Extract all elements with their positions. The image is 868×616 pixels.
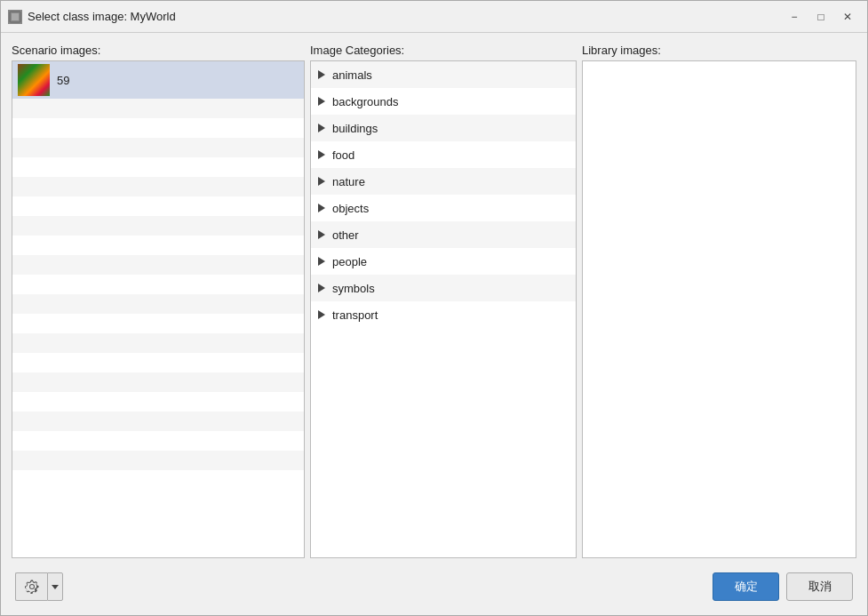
scenario-list: 59 bbox=[12, 60, 305, 558]
app-icon bbox=[8, 10, 22, 24]
category-arrow-icon bbox=[318, 284, 325, 292]
scenario-empty-row bbox=[12, 138, 304, 157]
category-name: people bbox=[332, 255, 367, 268]
scenario-empty-row bbox=[12, 294, 304, 314]
category-arrow-icon bbox=[318, 97, 325, 106]
category-item[interactable]: people bbox=[311, 248, 576, 275]
category-name: backgrounds bbox=[332, 95, 398, 108]
category-name: objects bbox=[332, 202, 369, 215]
confirm-button[interactable]: 确定 bbox=[713, 572, 779, 601]
dialog: Select class image: MyWorld − □ ✕ Scenar… bbox=[0, 0, 868, 616]
scenario-empty-row bbox=[12, 431, 304, 451]
scenario-empty-row bbox=[12, 177, 304, 196]
category-item[interactable]: buildings bbox=[311, 115, 576, 141]
category-arrow-icon bbox=[318, 70, 325, 79]
scenario-empty-row bbox=[12, 255, 304, 275]
svg-rect-1 bbox=[12, 13, 19, 20]
window-controls: − □ ✕ bbox=[782, 6, 860, 28]
category-name: animals bbox=[332, 68, 372, 82]
category-name: buildings bbox=[332, 122, 378, 135]
scenario-thumbnail bbox=[18, 64, 50, 96]
dialog-content: Scenario images: 59 bbox=[1, 33, 867, 615]
scenario-empty-row bbox=[12, 372, 304, 392]
category-item[interactable]: animals bbox=[311, 61, 576, 88]
footer: 确定 取消 bbox=[12, 565, 856, 604]
library-panel: Library images: bbox=[582, 44, 856, 558]
title-bar: Select class image: MyWorld − □ ✕ bbox=[1, 1, 867, 33]
settings-dropdown-button[interactable] bbox=[47, 572, 63, 601]
scenario-empty-row bbox=[12, 157, 304, 177]
gear-icon bbox=[25, 580, 39, 594]
category-name: transport bbox=[332, 308, 378, 322]
scenario-empty-row bbox=[12, 353, 304, 372]
category-name: other bbox=[332, 228, 359, 242]
panels-row: Scenario images: 59 bbox=[12, 44, 856, 558]
library-label: Library images: bbox=[582, 44, 856, 57]
category-item[interactable]: objects bbox=[311, 195, 576, 221]
category-item[interactable]: nature bbox=[311, 168, 576, 195]
scenario-empty-row bbox=[12, 392, 304, 412]
category-arrow-icon bbox=[318, 124, 325, 132]
minimize-button[interactable]: − bbox=[782, 6, 807, 28]
category-name: symbols bbox=[332, 282, 375, 295]
category-item[interactable]: symbols bbox=[311, 275, 576, 301]
category-arrow-icon bbox=[318, 177, 325, 186]
library-list bbox=[582, 60, 856, 558]
scenario-empty-row bbox=[12, 275, 304, 294]
scenario-empty-row bbox=[12, 196, 304, 216]
dialog-title: Select class image: MyWorld bbox=[28, 10, 782, 23]
scenario-empty-row bbox=[12, 236, 304, 255]
scenario-item[interactable]: 59 bbox=[12, 61, 304, 99]
maximize-button[interactable]: □ bbox=[808, 6, 833, 28]
category-item[interactable]: other bbox=[311, 221, 576, 248]
scenario-empty-row bbox=[12, 412, 304, 431]
categories-label: Image Categories: bbox=[310, 44, 577, 57]
cancel-button[interactable]: 取消 bbox=[786, 572, 853, 601]
category-arrow-icon bbox=[318, 204, 325, 212]
category-arrow-icon bbox=[318, 310, 325, 319]
category-item[interactable]: transport bbox=[311, 301, 576, 328]
scenario-panel: Scenario images: 59 bbox=[12, 44, 305, 558]
dropdown-arrow-icon bbox=[52, 585, 59, 589]
scenario-empty-row bbox=[12, 99, 304, 118]
category-item[interactable]: backgrounds bbox=[311, 88, 576, 115]
footer-left bbox=[15, 572, 63, 601]
scenario-number: 59 bbox=[57, 74, 69, 87]
category-name: nature bbox=[332, 175, 365, 188]
scenario-empty-row bbox=[12, 314, 304, 333]
settings-button[interactable] bbox=[15, 572, 47, 601]
category-arrow-icon bbox=[318, 150, 325, 159]
category-arrow-icon bbox=[318, 230, 325, 239]
categories-panel: Image Categories: animalsbackgroundsbuil… bbox=[310, 44, 577, 558]
footer-right: 确定 取消 bbox=[713, 572, 853, 601]
category-arrow-icon bbox=[318, 257, 325, 266]
category-item[interactable]: food bbox=[311, 141, 576, 168]
scenario-empty-row bbox=[12, 451, 304, 470]
thumbnail-image bbox=[18, 64, 50, 96]
category-name: food bbox=[332, 148, 354, 162]
scenario-label: Scenario images: bbox=[12, 44, 305, 57]
scenario-empty-row bbox=[12, 216, 304, 236]
close-button[interactable]: ✕ bbox=[835, 6, 860, 28]
scenario-empty-row bbox=[12, 118, 304, 138]
scenario-empty-row bbox=[12, 333, 304, 353]
categories-list: animalsbackgroundsbuildingsfoodnatureobj… bbox=[310, 60, 577, 558]
